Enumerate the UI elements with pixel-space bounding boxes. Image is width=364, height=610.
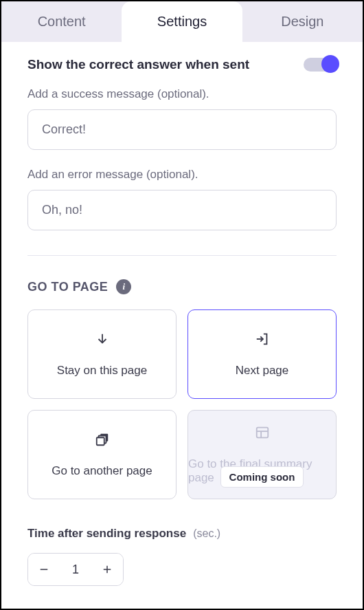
option-another-page[interactable]: Go to another page (27, 410, 177, 499)
success-message-input[interactable] (27, 109, 337, 150)
option-next-label: Next page (236, 364, 289, 378)
pages-stack-icon (95, 432, 110, 450)
enter-icon (255, 331, 270, 350)
option-stay-label: Stay on this page (57, 364, 147, 378)
option-stay-on-page[interactable]: Stay on this page (27, 309, 177, 399)
option-next-page[interactable]: Next page (187, 309, 337, 399)
option-final-summary: Go to the final summary page Coming soon (187, 410, 337, 499)
increment-button[interactable] (91, 554, 123, 585)
info-icon[interactable]: i (116, 279, 131, 294)
error-message-input[interactable] (27, 190, 337, 230)
success-message-label: Add a success message (optional). (27, 87, 337, 101)
error-message-label: Add an error message (optional). (27, 168, 337, 182)
tabs: Content Settings Design (1, 1, 363, 42)
tab-settings[interactable]: Settings (122, 1, 242, 42)
show-answer-toggle[interactable] (304, 58, 337, 72)
go-to-page-grid: Stay on this page Next page Go to an (27, 309, 337, 499)
toggle-knob (321, 55, 339, 73)
go-to-page-header: GO TO PAGE i (27, 279, 337, 294)
show-answer-label: Show the correct answer when sent (27, 57, 249, 72)
coming-soon-badge: Coming soon (220, 466, 304, 488)
plus-icon (101, 563, 113, 576)
time-label: Time after sending response (27, 527, 186, 541)
show-answer-row: Show the correct answer when sent (27, 57, 337, 72)
divider (27, 255, 337, 256)
tab-design[interactable]: Design (242, 1, 363, 42)
table-icon (255, 425, 270, 444)
tab-content[interactable]: Content (1, 1, 122, 42)
decrement-button[interactable] (28, 554, 60, 585)
time-stepper: 1 (27, 553, 124, 586)
svg-rect-5 (256, 427, 268, 437)
settings-panel: Show the correct answer when sent Add a … (1, 42, 363, 586)
option-another-label: Go to another page (52, 464, 152, 478)
time-value: 1 (60, 563, 91, 577)
svg-rect-4 (96, 437, 104, 445)
time-row: Time after sending response (sec.) (27, 527, 337, 541)
minus-icon (38, 563, 50, 576)
arrow-down-icon (95, 331, 110, 350)
go-to-page-title: GO TO PAGE (27, 280, 108, 294)
time-unit: (sec.) (193, 527, 220, 540)
